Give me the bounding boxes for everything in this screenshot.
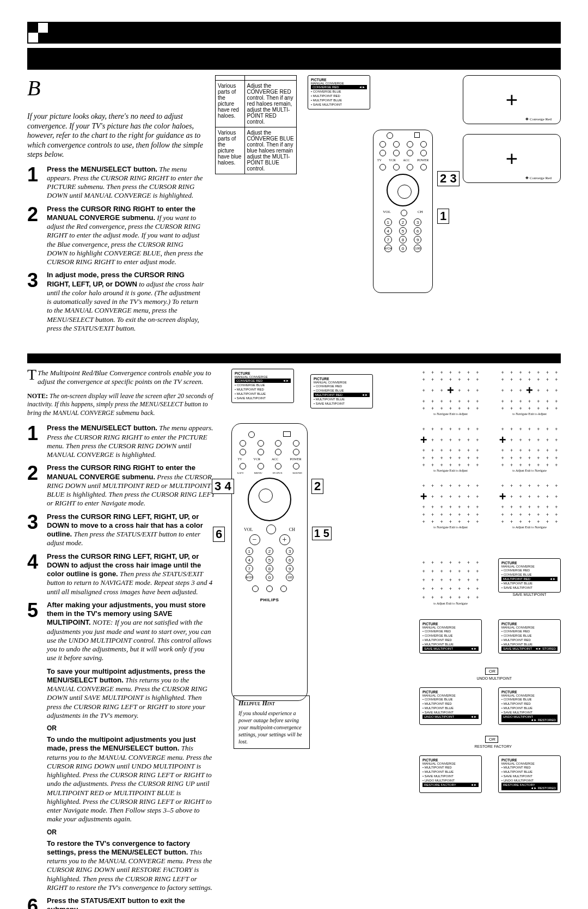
basic-step-1: 1 Press the MENU/SELECT button. The menu… xyxy=(27,165,204,200)
mp-step-5: 5After making your adjustments, you must… xyxy=(27,601,215,663)
tv-screen: + ✚ Converge Red xyxy=(463,75,561,124)
multipoint-section: TThe Multipoint Red/Blue Convergence con… xyxy=(27,369,561,909)
basic-step-2: 2 Press the CURSOR RING RIGHT to enter t… xyxy=(27,205,204,267)
sub-header-bar xyxy=(27,48,561,70)
mp-step-6: 6Press the STATUS/EXIT button to exit th… xyxy=(27,896,215,909)
grid-caption: to Navigate Exit to Adjust xyxy=(419,469,482,472)
menu-item: • SAVE MULTIPOINT xyxy=(311,102,367,107)
basic-step-3: 3 In adjust mode, press the CURSOR RING … xyxy=(27,271,204,333)
crosshair-grid: +++++++++++++++++++++++++++++++++++ to N… xyxy=(498,369,561,416)
table-cell: Various parts of the picture have red ha… xyxy=(216,81,245,127)
cursor-ring-icon xyxy=(387,174,419,206)
tv-caption: ✚ Converge Red xyxy=(525,176,552,180)
restore-label: RESTORE FACTORY xyxy=(475,745,512,748)
grid-caption: to Adjust Exit to Navigate xyxy=(498,526,561,529)
remote-icon: TVVCRACCPOWER VOLCH 123 456 789 A/CH0100 xyxy=(373,130,433,293)
crosshair-grid: +++++++++++++++++++++++++++++++++++ to N… xyxy=(419,482,482,529)
multipoint-diagram: PICTURE MANUAL CONVERGE CONVERGE RED◄► •… xyxy=(226,369,561,909)
crosshair-grid: +++++++++++++++++++++++++++++++++++ to N… xyxy=(419,425,482,472)
callout-number: 1 5 xyxy=(312,527,332,540)
menu-card: PICTURE MANUAL CONVERGE • CONVERGE BLUE … xyxy=(498,687,561,725)
undo-label: UNDO MULTIPOINT xyxy=(477,676,512,680)
step-number: 3 xyxy=(27,271,47,333)
mp-step-1: 1Press the MENU/SELECT button. The menu … xyxy=(27,424,215,459)
table-header xyxy=(216,76,245,81)
basic-table-col: Various parts of the picture have red ha… xyxy=(215,75,297,337)
menu-card: PICTURE MANUAL CONVERGE • CONVERGE RED •… xyxy=(498,558,561,596)
callout-number: 2 xyxy=(311,479,323,494)
header-bar xyxy=(49,22,561,44)
crosshair-grid: +++++++++++++++++++++++++++++++++++ to A… xyxy=(498,482,561,529)
menu-card: PICTURE MANUAL CONVERGE • CONVERGE BLUE … xyxy=(419,687,482,725)
table-cell: Adjust the CONVERGE BLUE control. Then i… xyxy=(244,127,296,174)
remote-icon: TVVCRACCPOWER SATVMENUSTATUSSOUND VOLCH … xyxy=(231,423,308,701)
table-row: Various parts of the picture have blue h… xyxy=(216,127,297,174)
hint-title: Helpful Hint xyxy=(238,699,305,708)
tv-screens: + ✚ Converge Red + ✚ Converge Red xyxy=(463,75,561,183)
crosshair-grid: +++++++++++++++++++++++++++++++++++ to A… xyxy=(419,558,482,605)
multipoint-intro: The Multipoint Red/Blue Convergence cont… xyxy=(38,369,211,386)
table-row: Various parts of the picture have red ha… xyxy=(216,81,297,127)
header xyxy=(27,22,561,44)
menu-card: PICTURE MANUAL CONVERGE CONVERGE RED◄► •… xyxy=(308,75,370,109)
basic-diagram-col: PICTURE MANUAL CONVERGE CONVERGE RED◄► •… xyxy=(308,75,561,337)
callout-number: 1 xyxy=(437,209,449,224)
save-pair: PICTURE MANUAL CONVERGE • CONVERGE RED •… xyxy=(419,619,561,654)
crosshair-icon: + xyxy=(506,87,518,113)
logo-icon xyxy=(27,22,49,44)
remote-brand: PHILIPS xyxy=(232,597,307,602)
grid-caption: to Navigate Exit to Adjust xyxy=(419,526,482,529)
keypad: 123 456 789 A/CH0100 xyxy=(381,218,425,252)
step-number: 1 xyxy=(27,165,47,200)
menu-card: PICTURE MANUAL CONVERGE • CONVERGE RED •… xyxy=(419,619,482,654)
step-number: 2 xyxy=(27,205,47,267)
mp-step-4: 4Press the CURSOR RING LEFT, RIGHT, UP, … xyxy=(27,552,215,596)
basic-intro: If your picture looks okay, there's no n… xyxy=(27,112,204,160)
table-cell: Adjust the CONVERGE RED control. Then if… xyxy=(244,81,296,127)
basic-text-col: B If your picture looks okay, there's no… xyxy=(27,75,204,337)
or-label: OR xyxy=(47,828,215,836)
basic-convergence-section: B If your picture looks okay, there's no… xyxy=(27,75,561,337)
hint-body: If you should experience a power outage … xyxy=(238,710,305,745)
crosshair-grids: +++++++++++++++++++++++++++++++++++ to N… xyxy=(419,369,561,529)
grid-caption: to Adjust Exit to Navigate xyxy=(419,602,482,605)
menu-card: PICTURE MANUAL CONVERGE • CONVERGE RED •… xyxy=(498,619,561,654)
or-label: OR xyxy=(47,724,215,732)
callout-number: 6 xyxy=(213,527,225,542)
menu-item: CONVERGE RED◄► xyxy=(311,85,367,89)
save-row: +++++++++++++++++++++++++++++++++++ to A… xyxy=(419,558,561,605)
step-bold: Press the MENU/SELECT button. xyxy=(47,165,157,173)
crosshair-icon: + xyxy=(506,146,518,172)
mp-step-3: 3Press the CURSOR RING LEFT, RIGHT, UP, … xyxy=(27,513,215,548)
multipoint-text-col: TThe Multipoint Red/Blue Convergence con… xyxy=(27,369,215,909)
grid-caption: to Navigate Exit to Adjust xyxy=(419,412,482,416)
symptom-table: Various parts of the picture have red ha… xyxy=(215,75,297,174)
restore-pair: PICTURE MANUAL CONVERGE • MULTIPOINT RED… xyxy=(419,755,561,793)
menu-item: • MULTIPOINT BLUE xyxy=(311,98,367,102)
or-badge: OR xyxy=(485,668,498,675)
undo-para: To undo the multipoint adjustments you j… xyxy=(47,735,215,824)
menu-card: PICTURE MANUAL CONVERGE • CONVERGE RED •… xyxy=(310,374,373,408)
or-badge: OR xyxy=(485,736,498,743)
menu-item: • MULTIPOINT RED xyxy=(311,94,367,98)
crosshair-grid: +++++++++++++++++++++++++++++++++++ to A… xyxy=(498,425,561,472)
crosshair-grid: +++++++++++++++++++++++++++++++++++ to N… xyxy=(419,369,482,416)
table-cell: Various parts of the picture have blue h… xyxy=(216,127,245,174)
menu-item: • CONVERGE BLUE xyxy=(311,89,367,94)
grid-caption: to Navigate Exit to Adjust xyxy=(498,412,561,416)
menu-title: PICTURE xyxy=(311,78,367,82)
tv-caption: ✚ Converge Red xyxy=(525,117,552,121)
tv-screen: + ✚ Converge Red xyxy=(463,134,561,183)
cursor-ring-icon xyxy=(248,478,291,521)
restore-para: To restore the TV's convergence to facto… xyxy=(47,839,215,893)
multipoint-note: NOTE: NOTE: The on-screen display will l… xyxy=(27,392,215,418)
menu-card: PICTURE MANUAL CONVERGE • MULTIPOINT RED… xyxy=(419,755,482,793)
grid-caption: to Adjust Exit to Navigate xyxy=(498,469,561,472)
section-divider xyxy=(27,353,561,363)
save-label: SAVE MULTIPOINT xyxy=(498,593,561,596)
mp-step-2: 2Press the CURSOR RING RIGHT to enter th… xyxy=(27,463,215,508)
menu-card: PICTURE MANUAL CONVERGE • MULTIPOINT RED… xyxy=(498,755,561,793)
menu-card: PICTURE MANUAL CONVERGE CONVERGE RED◄► •… xyxy=(231,369,294,403)
page: B If your picture looks okay, there's no… xyxy=(0,0,588,909)
save-para: To save your multipoint adjustments, pre… xyxy=(47,667,215,721)
